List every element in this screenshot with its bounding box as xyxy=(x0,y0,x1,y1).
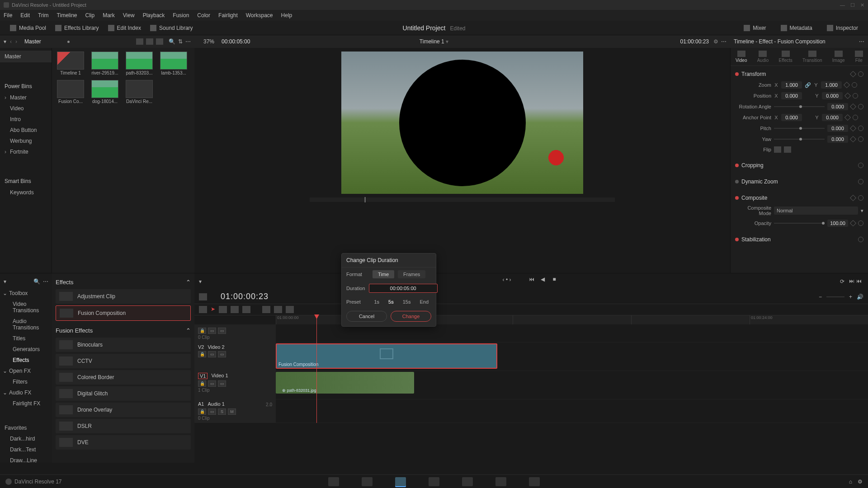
clip-thumb[interactable]: lamb-1353... xyxy=(159,52,189,75)
menu-view[interactable]: View xyxy=(123,12,135,19)
selection-tool-icon[interactable] xyxy=(199,306,207,313)
nav-fwd-icon[interactable]: › xyxy=(15,38,17,45)
menu-trim[interactable]: Trim xyxy=(38,12,49,19)
menu-timeline[interactable]: Timeline xyxy=(57,12,77,19)
auto-select-icon[interactable]: ▭ xyxy=(208,380,216,387)
lock-icon[interactable]: 🔒 xyxy=(198,380,206,387)
yaw-slider[interactable] xyxy=(774,139,825,140)
home-icon[interactable]: ⌂ xyxy=(849,479,852,485)
disable-icon[interactable]: ▭ xyxy=(218,328,226,334)
generators-node[interactable]: Generators xyxy=(0,344,52,355)
clip-thumb[interactable]: dog-18014... xyxy=(90,80,120,104)
viewer-scrubber[interactable] xyxy=(310,197,615,202)
tab-image[interactable]: Image xyxy=(832,51,845,63)
cut-page-icon[interactable] xyxy=(362,477,373,486)
cropping-header[interactable]: Cropping xyxy=(735,160,863,171)
enable-dot[interactable] xyxy=(735,72,739,76)
stabilization-header[interactable]: Stabilization xyxy=(735,234,863,245)
frames-button[interactable]: Frames xyxy=(398,270,425,278)
reset-icon[interactable] xyxy=(858,195,863,201)
effect-item[interactable]: DSLR xyxy=(56,419,191,433)
reset-icon[interactable] xyxy=(853,115,858,120)
composite-header[interactable]: Composite xyxy=(735,192,863,203)
expand-icon[interactable]: ⋯ xyxy=(859,38,864,45)
effect-item[interactable]: CCTV xyxy=(56,354,191,368)
zoom-y-input[interactable]: 1.000 xyxy=(821,81,842,89)
link-tool-icon[interactable] xyxy=(262,306,270,313)
enable-dot[interactable] xyxy=(735,180,739,183)
chevron-down-icon[interactable]: ▾ xyxy=(861,208,863,214)
reset-icon[interactable] xyxy=(858,163,863,168)
keyframe-icon[interactable] xyxy=(850,103,856,110)
keyframe-icon[interactable] xyxy=(850,71,856,77)
reset-icon[interactable] xyxy=(858,104,863,109)
enable-dot[interactable] xyxy=(735,196,739,200)
menu-playback[interactable]: Playback xyxy=(143,12,165,19)
bin-video[interactable]: Video xyxy=(0,103,52,114)
track-body[interactable] xyxy=(276,324,868,341)
effects-library-button[interactable]: Effects Library xyxy=(51,23,103,33)
minimize-icon[interactable]: — xyxy=(840,2,845,8)
fav-item[interactable]: Dark...Text xyxy=(0,444,52,455)
color-page-icon[interactable] xyxy=(462,477,473,486)
clip-thumb[interactable]: path-83203... xyxy=(124,52,154,75)
rotation-slider[interactable] xyxy=(774,106,825,107)
enable-dot[interactable] xyxy=(735,164,739,167)
audiofx-node[interactable]: Audio FX xyxy=(0,387,52,398)
preset-1s[interactable]: 1s xyxy=(371,298,382,305)
reset-icon[interactable] xyxy=(853,93,858,99)
anchor-y-input[interactable]: 0.000 xyxy=(822,114,843,121)
reset-icon[interactable] xyxy=(858,237,863,242)
effect-item[interactable]: Drone Overlay xyxy=(56,403,191,417)
zoom-slider[interactable] xyxy=(826,296,844,297)
video-clip[interactable]: ⊕ path-832031.jpg xyxy=(276,372,414,394)
enable-dot[interactable] xyxy=(735,238,739,241)
fav-item[interactable]: Dark...hird xyxy=(0,433,52,444)
loop-icon[interactable]: ⟳ xyxy=(840,278,844,285)
edit-page-icon[interactable] xyxy=(395,477,406,486)
zoom-x-input[interactable]: 1.000 xyxy=(781,81,802,89)
menu-mark[interactable]: Mark xyxy=(103,12,115,19)
view-thumb-icon[interactable] xyxy=(136,38,143,45)
reset-icon[interactable] xyxy=(858,179,863,184)
disable-icon[interactable]: ▭ xyxy=(218,380,226,387)
duration-input[interactable] xyxy=(369,284,438,293)
metadata-button[interactable]: Metadata xyxy=(776,23,817,33)
clip-thumb[interactable]: DaVinci Re... xyxy=(124,80,154,104)
auto-select-icon[interactable]: ▭ xyxy=(208,351,216,357)
menu-edit[interactable]: Edit xyxy=(20,12,30,19)
first-frame-icon[interactable]: ⏮ xyxy=(529,276,536,283)
view-list-icon[interactable] xyxy=(156,38,163,45)
transform-header[interactable]: Transform xyxy=(735,69,863,80)
pos-x-input[interactable]: 0.000 xyxy=(781,92,802,99)
mute-button[interactable]: M xyxy=(228,408,236,415)
mixer-button[interactable]: Mixer xyxy=(739,23,770,33)
gear-icon[interactable]: ⚙ xyxy=(858,479,863,485)
search-icon[interactable]: 🔍 xyxy=(169,38,175,45)
menu-workspace[interactable]: Workspace xyxy=(246,12,273,19)
keyframe-icon[interactable] xyxy=(844,114,851,121)
fav-item[interactable]: Draw...Line xyxy=(0,455,52,466)
composite-mode-select[interactable]: Normal xyxy=(774,206,858,215)
zoom-minus-icon[interactable]: − xyxy=(819,294,822,300)
opacity-input[interactable]: 100.00 xyxy=(827,220,848,227)
disable-icon[interactable]: ▭ xyxy=(218,351,226,357)
render-cache-icon[interactable]: ⚙ xyxy=(713,38,718,45)
zoom-plus-icon[interactable]: + xyxy=(849,294,852,300)
prev-frame-icon[interactable]: ◀ xyxy=(541,276,548,283)
bin-intro[interactable]: Intro xyxy=(0,114,52,125)
trim-tool-icon[interactable] xyxy=(219,306,227,313)
solo-button[interactable]: S xyxy=(218,408,226,415)
fairlight-page-icon[interactable] xyxy=(495,477,506,486)
cancel-button[interactable]: Cancel xyxy=(346,311,387,322)
menu-fusion[interactable]: Fusion xyxy=(173,12,189,19)
effect-item[interactable]: Digital Glitch xyxy=(56,386,191,401)
video-transitions-node[interactable]: Video Transitions xyxy=(0,299,52,316)
bin-keywords[interactable]: Keywords xyxy=(0,187,52,198)
yaw-input[interactable]: 0.000 xyxy=(827,136,848,143)
keyframe-icon[interactable] xyxy=(850,136,856,142)
anchor-x-input[interactable]: 0.000 xyxy=(781,114,802,121)
deliver-page-icon[interactable] xyxy=(529,477,540,486)
preset-5s[interactable]: 5s xyxy=(386,298,396,305)
edit-index-button[interactable]: Edit Index xyxy=(104,23,146,33)
